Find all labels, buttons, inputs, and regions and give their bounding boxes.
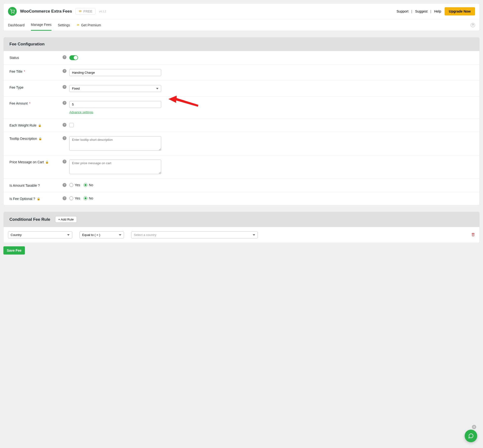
suggest-link[interactable]: Suggest: [415, 9, 427, 13]
help-icon[interactable]: ?: [63, 196, 66, 200]
tooltip-label: Tooltip Description 🔒: [9, 136, 63, 141]
fee-type-label: Fee Type: [9, 85, 63, 89]
help-icon[interactable]: ?: [63, 85, 66, 89]
help-icon[interactable]: ?: [63, 183, 66, 187]
fee-title-label: Fee Title *: [9, 69, 63, 73]
save-fee-button[interactable]: Save Fee: [3, 246, 25, 255]
svg-point-1: [14, 13, 14, 14]
optional-label: Is Fee Optional ? 🔒: [9, 196, 63, 201]
tab-dashboard[interactable]: Dashboard: [8, 20, 25, 31]
add-rule-button[interactable]: + Add Rule: [55, 216, 77, 223]
fee-title-input[interactable]: [69, 69, 161, 76]
tab-manage-fees[interactable]: Manage Fees: [31, 19, 52, 31]
taxable-label: Is Amount Taxable ?: [9, 183, 63, 187]
fee-type-select[interactable]: Fixed: [69, 85, 161, 92]
svg-point-0: [12, 13, 12, 14]
rule-operator-select[interactable]: Equal to ( = ): [80, 231, 124, 238]
price-msg-label: Price Message on Cart 🔒: [9, 160, 63, 164]
taxable-yes-radio[interactable]: [69, 183, 73, 187]
app-logo-icon: [8, 7, 17, 16]
lock-icon: 🔒: [38, 137, 42, 140]
fee-config-title: Fee Configuration: [4, 37, 479, 51]
rule-value-select[interactable]: Select a country: [131, 231, 258, 238]
help-link[interactable]: Help: [434, 9, 441, 13]
lock-icon: 🔒: [37, 197, 40, 200]
rule-row: Country Equal to ( = ) Select a country: [4, 227, 479, 243]
help-icon[interactable]: ?: [471, 23, 475, 27]
optional-no-radio[interactable]: [84, 196, 88, 200]
trash-icon[interactable]: [471, 232, 475, 237]
each-weight-checkbox[interactable]: [69, 123, 74, 127]
app-header: WooCommerce Extra Fees FREE v4.1.2 Suppo…: [4, 4, 479, 19]
optional-yes-radio[interactable]: [69, 196, 73, 200]
upgrade-button[interactable]: Upgrade Now: [445, 7, 475, 16]
price-msg-textarea[interactable]: [69, 160, 161, 174]
help-icon[interactable]: ?: [63, 69, 66, 73]
help-icon[interactable]: ?: [63, 123, 66, 127]
support-link[interactable]: Support: [396, 9, 408, 13]
help-icon[interactable]: ?: [63, 160, 66, 163]
main-tabs: Dashboard Manage Fees Settings Get Premi…: [4, 19, 479, 31]
help-icon[interactable]: ?: [63, 136, 66, 140]
version-label: v4.1.2: [99, 10, 106, 13]
free-badge: FREE: [75, 8, 95, 15]
status-toggle[interactable]: [69, 55, 78, 60]
status-label: Status: [9, 55, 63, 60]
app-title: WooCommerce Extra Fees: [20, 9, 72, 14]
tooltip-textarea[interactable]: [69, 136, 161, 151]
help-icon[interactable]: ?: [63, 101, 66, 105]
fee-amount-label: Fee Amount *: [9, 101, 63, 105]
tab-get-premium[interactable]: Get Premium: [76, 20, 101, 31]
tab-settings[interactable]: Settings: [58, 20, 70, 31]
fee-configuration-panel: Fee Configuration Status ? Fee Title * ?…: [3, 37, 480, 205]
rule-field-select[interactable]: Country: [8, 231, 72, 238]
conditional-rule-title: Conditional Fee Rule: [9, 217, 50, 222]
help-icon[interactable]: ?: [63, 55, 66, 59]
each-weight-label: Each Weight Rule 🔒: [9, 123, 63, 127]
taxable-no-radio[interactable]: [84, 183, 88, 187]
advance-settings-link[interactable]: Advance settings: [69, 110, 161, 114]
conditional-rule-panel: Conditional Fee Rule + Add Rule Country …: [3, 212, 480, 243]
lock-icon: 🔒: [45, 160, 49, 164]
lock-icon: 🔒: [38, 124, 41, 127]
fee-amount-input[interactable]: [69, 101, 161, 108]
